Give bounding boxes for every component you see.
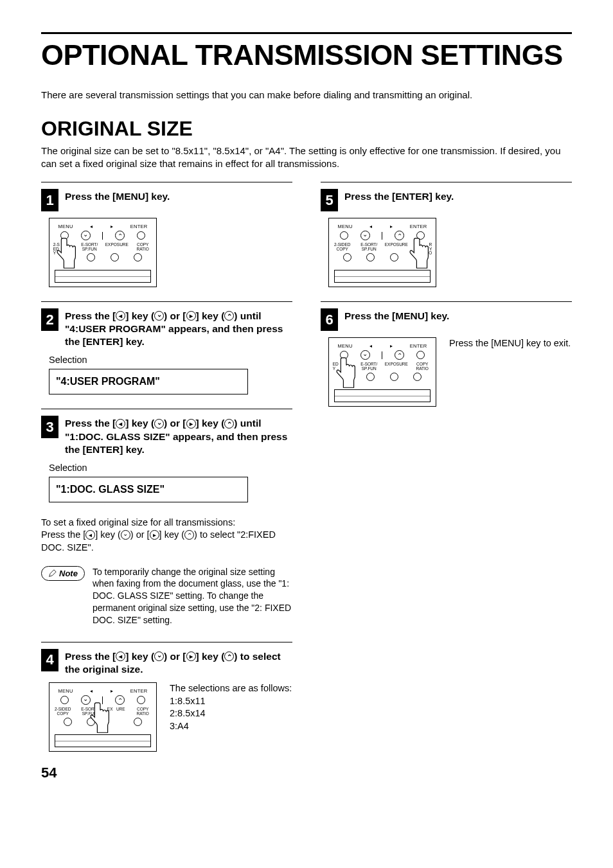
menu-button-icon xyxy=(60,696,69,704)
right-button-icon xyxy=(115,231,125,240)
lcd-display-icon xyxy=(55,270,151,283)
control-panel: MENU ◂ ▸ ENTER EDY E-SORT/ SP.F xyxy=(328,337,436,407)
button-icon xyxy=(87,718,95,726)
divider xyxy=(41,301,292,302)
divider xyxy=(41,409,292,409)
section-heading: ORIGINAL SIZE xyxy=(41,117,572,141)
right-arrow-icon xyxy=(186,651,196,661)
intro-text: There are several transmission settings … xyxy=(41,89,572,100)
arrow-left-icon: ◂ xyxy=(369,224,372,229)
up-chevron-icon xyxy=(224,311,234,321)
step-title: Press the [MENU] key. xyxy=(65,189,170,203)
button-icon xyxy=(343,253,351,261)
step-title: Press the [] key () or [] key () until "… xyxy=(65,308,292,348)
control-panel: MENU ◂ ▸ ENTER 2-SIDED COPY E-S xyxy=(49,682,157,752)
lcd-value: "1:DOC. GLASS SIZE" xyxy=(49,477,248,502)
arrow-right-icon: ▸ xyxy=(111,224,113,229)
right-arrow-icon xyxy=(186,419,196,429)
label-enter: ENTER xyxy=(130,688,148,694)
pencil-icon xyxy=(48,569,57,578)
arrow-right-icon: ▸ xyxy=(390,343,393,349)
arrow-left-icon: ◂ xyxy=(90,688,93,694)
selection-label: Selection xyxy=(49,463,292,473)
step-number: 3 xyxy=(41,416,58,438)
up-chevron-icon xyxy=(224,651,234,661)
fixed-size-note: To set a fixed original size for all tra… xyxy=(41,517,292,554)
enter-button-icon xyxy=(416,351,425,359)
arrow-right-icon: ▸ xyxy=(390,224,393,229)
step-3: 3 Press the [] key () or [] key () until… xyxy=(41,416,292,456)
right-arrow-icon xyxy=(186,311,196,321)
step-6-body: MENU ◂ ▸ ENTER EDY E-SORT/ SP.F xyxy=(321,337,572,407)
step-number: 5 xyxy=(321,189,338,211)
down-chevron-icon xyxy=(121,530,130,540)
button-icon xyxy=(111,253,119,261)
selection-option: 1:8.5x11 xyxy=(170,696,206,706)
page-title: OPTIONAL TRANSMISSION SETTINGS xyxy=(41,39,572,71)
step-number: 4 xyxy=(41,649,58,671)
enter-button-icon xyxy=(416,231,425,240)
divider-icon xyxy=(382,351,382,359)
step-4: 4 Press the [] key () or [] key () to se… xyxy=(41,649,292,676)
step-1: 1 Press the [MENU] key. xyxy=(41,189,292,211)
label-2sided: 2-SIDED COPY xyxy=(52,707,74,716)
button-icon xyxy=(134,253,142,261)
right-column: 5 Press the [ENTER] key. MENU ◂ ▸ ENTER xyxy=(321,182,572,781)
label-frag: Y xyxy=(333,366,335,371)
button-icon xyxy=(64,718,72,726)
control-panel: MENU ◂ ▸ ENTER 2-SEDY E-SORT/ SP.FUN EXP… xyxy=(49,218,157,287)
step-number: 1 xyxy=(41,189,58,211)
label-esort: E-SORT/ SP.FUN xyxy=(358,362,380,371)
divider-icon xyxy=(102,232,103,240)
menu-button-icon xyxy=(340,351,348,359)
menu-button-icon xyxy=(340,231,348,240)
left-button-icon xyxy=(81,695,91,705)
label-esort: E-SORT/ SP.FUN xyxy=(78,707,100,716)
right-arrow-icon xyxy=(150,530,159,540)
note-block: Note To temporarily change the original … xyxy=(41,566,292,626)
step-title: Press the [] key () or [] key () until "… xyxy=(65,416,292,456)
selection-label: Selection xyxy=(49,355,292,365)
up-chevron-icon xyxy=(184,530,194,540)
control-panel: MENU ◂ ▸ ENTER 2-SIDED COPY E-SORT/ SP.F… xyxy=(328,218,436,287)
arrow-left-icon: ◂ xyxy=(90,224,93,229)
down-chevron-icon xyxy=(154,651,164,661)
selections-intro: The selections are as follows: xyxy=(170,683,292,693)
button-icon xyxy=(413,373,422,381)
step-number: 6 xyxy=(321,308,338,331)
down-chevron-icon xyxy=(154,311,164,321)
top-rule xyxy=(41,32,572,34)
button-icon xyxy=(134,718,142,726)
lcd-value: "4:USER PROGRAM" xyxy=(49,369,248,394)
label-enter: ENTER xyxy=(410,224,427,229)
selection-option: 2:8.5x14 xyxy=(170,708,206,718)
lcd-display-icon xyxy=(334,270,431,283)
section-description: The original size can be set to "8.5x11"… xyxy=(41,145,572,171)
menu-button-icon xyxy=(60,231,69,240)
divider-icon xyxy=(102,696,103,704)
step-title: Press the [ENTER] key. xyxy=(344,189,454,203)
divider-icon xyxy=(382,232,382,240)
label-copyratio: COPY RATIO xyxy=(411,362,433,371)
arrow-right-icon: ▸ xyxy=(111,688,113,694)
step-number: 2 xyxy=(41,308,58,331)
enter-button-icon xyxy=(137,231,145,240)
selection-option: 3:A4 xyxy=(170,721,189,731)
left-arrow-icon xyxy=(85,530,95,540)
left-arrow-icon xyxy=(116,311,125,321)
step-5: 5 Press the [ENTER] key. xyxy=(321,189,572,211)
button-icon xyxy=(390,373,398,381)
exit-instruction: Press the [MENU] key to exit. xyxy=(449,337,571,350)
left-arrow-icon xyxy=(116,651,125,661)
left-column: 1 Press the [MENU] key. MENU ◂ ▸ ENTER xyxy=(41,182,292,781)
page-number: 54 xyxy=(41,765,292,781)
label-copyratio: COPY RATIO xyxy=(132,707,154,716)
right-button-icon xyxy=(115,695,125,705)
note-text: To temporarily change the original size … xyxy=(93,566,292,626)
arrow-left-icon: ◂ xyxy=(369,343,372,349)
label-frag: EX xyxy=(107,707,113,711)
step-2: 2 Press the [] key () or [] key () until… xyxy=(41,308,292,348)
down-chevron-icon xyxy=(154,419,164,429)
label-menu: MENU xyxy=(337,343,352,349)
step-4-body: MENU ◂ ▸ ENTER 2-SIDED COPY E-S xyxy=(41,682,292,752)
